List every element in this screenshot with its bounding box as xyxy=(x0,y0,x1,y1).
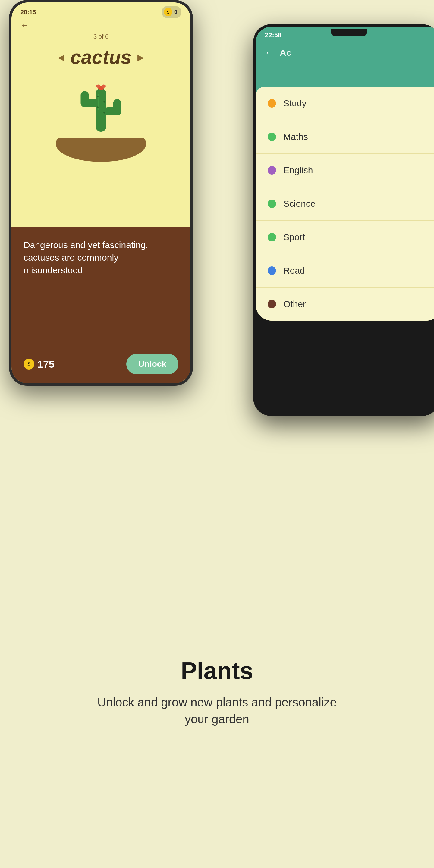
study-label: Study xyxy=(283,98,307,108)
bottom-section: Plants Unlock and grow new plants and pe… xyxy=(0,633,434,758)
svg-rect-2 xyxy=(81,91,89,107)
read-label: Read xyxy=(283,266,305,276)
maths-label: Maths xyxy=(283,132,308,142)
description-area: Dangerous and yet fascinating, cactuses … xyxy=(11,227,190,383)
category-item-study[interactable]: Study xyxy=(255,87,434,120)
left-nav-arrow[interactable]: ◀ xyxy=(58,53,64,62)
price-coin-icon: $ xyxy=(24,359,34,370)
description-text: Dangerous and yet fascinating, cactuses … xyxy=(24,239,179,277)
sport-label: Sport xyxy=(283,232,305,242)
coin-count: 0 xyxy=(174,9,177,16)
svg-point-9 xyxy=(97,96,98,97)
svg-point-12 xyxy=(103,112,105,113)
science-label: Science xyxy=(283,198,315,209)
svg-rect-4 xyxy=(113,99,121,116)
left-phone: 20:15 $ 0 ← 3 of 6 ◀ cactus ▶ xyxy=(9,0,193,386)
right-header-title: Ac xyxy=(280,48,291,58)
sport-dot xyxy=(268,233,276,241)
coin-symbol: $ xyxy=(167,10,169,14)
science-dot xyxy=(268,199,276,208)
unlock-row: $ 175 Unlock xyxy=(24,354,179,374)
category-item-science[interactable]: Science xyxy=(255,187,434,221)
right-header-content: ← Ac xyxy=(265,41,433,58)
right-phone: 22:58 ← Ac Study Maths xyxy=(253,24,434,416)
price-coin-symbol: $ xyxy=(27,361,30,367)
word-area: ◀ cactus ▶ xyxy=(11,43,190,71)
camera-notch xyxy=(331,29,367,36)
category-list: Study Maths English Science Sport xyxy=(255,87,434,321)
right-time: 22:58 xyxy=(265,31,281,39)
plant-word: cactus xyxy=(70,46,132,68)
english-dot xyxy=(268,166,276,175)
sky-area xyxy=(11,71,190,138)
svg-point-11 xyxy=(97,106,98,108)
maths-dot xyxy=(268,133,276,141)
right-back-arrow[interactable]: ← xyxy=(265,48,274,58)
svg-point-7 xyxy=(101,84,106,88)
svg-point-6 xyxy=(96,84,100,88)
plants-title: Plants xyxy=(18,657,416,685)
svg-point-10 xyxy=(103,101,105,102)
right-nav-arrow[interactable]: ▶ xyxy=(137,53,144,62)
unlock-button[interactable]: Unlock xyxy=(126,354,179,374)
study-dot xyxy=(268,99,276,107)
cactus-scene xyxy=(11,71,190,198)
category-item-other[interactable]: Other xyxy=(255,287,434,321)
category-item-english[interactable]: English xyxy=(255,154,434,187)
read-dot xyxy=(268,267,276,275)
english-label: English xyxy=(283,165,313,176)
price-number: 175 xyxy=(37,358,55,370)
left-back-arrow[interactable]: ← xyxy=(21,21,29,30)
plants-subtitle: Unlock and grow new plants and personali… xyxy=(96,694,338,727)
card-nav: 3 of 6 xyxy=(11,33,190,40)
right-header: 22:58 ← Ac xyxy=(255,27,434,93)
left-status-bar: 20:15 $ 0 xyxy=(11,2,190,18)
other-dot xyxy=(268,300,276,308)
coin-icon: $ xyxy=(164,8,173,16)
category-item-read[interactable]: Read xyxy=(255,254,434,287)
coin-price: $ 175 xyxy=(24,358,55,370)
left-top-bar: ← xyxy=(11,18,190,33)
coin-counter: $ 0 xyxy=(161,6,181,18)
other-label: Other xyxy=(283,299,306,309)
category-item-maths[interactable]: Maths xyxy=(255,120,434,154)
left-time: 20:15 xyxy=(21,9,36,16)
cactus-illustration xyxy=(74,71,128,138)
category-item-sport[interactable]: Sport xyxy=(255,221,434,254)
